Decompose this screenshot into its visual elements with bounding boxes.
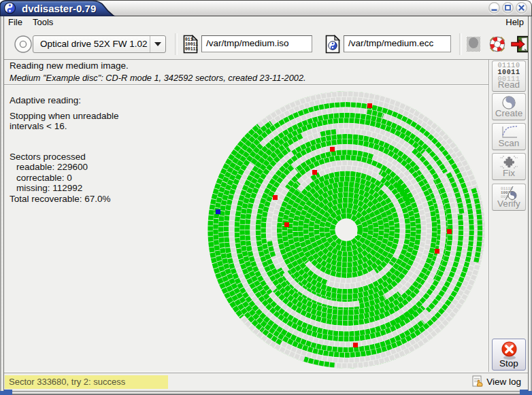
svg-text:011: 011: [185, 37, 193, 42]
svg-text:00111: 00111: [185, 47, 198, 52]
svg-text:10011: 10011: [185, 42, 198, 47]
svg-text:dvdisaster-0.79: dvdisaster-0.79: [22, 3, 96, 14]
